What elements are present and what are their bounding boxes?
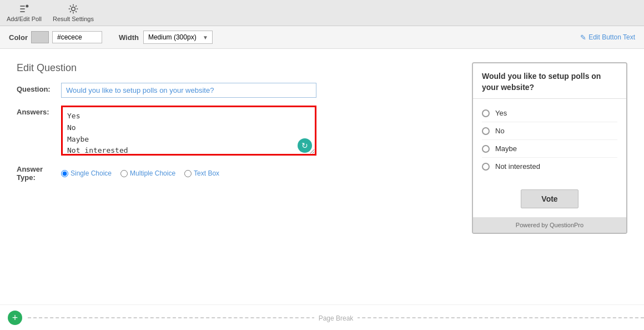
poll-footer: Powered by QuestionPro <box>473 217 626 233</box>
poll-radio-no[interactable] <box>482 127 490 135</box>
multiple-choice-radio[interactable] <box>120 170 128 177</box>
edit-button-text-btn[interactable]: ✎ Edit Button Text <box>580 33 635 42</box>
question-label: Question: <box>17 83 61 93</box>
poll-vote-section: Vote <box>473 181 626 217</box>
poll-answer-maybe-label: Maybe <box>495 144 517 153</box>
main-content: Edit Question Question: Answers: Yes No … <box>0 49 644 304</box>
answers-textarea[interactable]: Yes No Maybe Not interested <box>61 106 316 156</box>
width-select-wrapper: Medium (300px) <box>143 31 213 44</box>
text-box-radio[interactable] <box>184 170 192 177</box>
poll-answer-not-interested: Not interested <box>482 158 617 175</box>
colorbar: Color Width Medium (300px) ✎ Edit Button… <box>0 26 644 49</box>
answers-wrapper: Yes No Maybe Not interested ↻ <box>61 106 316 157</box>
poll-widget: Would you like to setup polls on your we… <box>472 62 627 234</box>
edit-question-title: Edit Question <box>17 62 455 74</box>
add-edit-poll-label: Add/Edit Poll <box>7 16 42 22</box>
single-choice-option[interactable]: Single Choice <box>61 169 112 177</box>
width-section: Width Medium (300px) <box>119 31 213 44</box>
add-page-btn[interactable]: + <box>8 311 22 325</box>
svg-point-3 <box>26 5 29 8</box>
poll-radio-not-interested[interactable] <box>482 163 490 171</box>
poll-answer-maybe: Maybe <box>482 140 617 158</box>
single-choice-radio[interactable] <box>61 170 68 177</box>
answer-type-radio-group: Single Choice Multiple Choice Text Box <box>61 169 219 177</box>
question-input[interactable] <box>61 83 316 98</box>
text-box-option[interactable]: Text Box <box>184 169 219 177</box>
width-label: Width <box>119 33 139 42</box>
text-box-label: Text Box <box>194 169 219 177</box>
edit-button-text-label: Edit Button Text <box>588 33 635 41</box>
color-input[interactable] <box>52 31 102 43</box>
answers-row: Answers: Yes No Maybe Not interested ↻ <box>17 106 455 157</box>
color-swatch[interactable] <box>31 31 49 43</box>
poll-answer-yes: Yes <box>482 104 617 122</box>
result-settings-label: Result Settings <box>53 16 94 22</box>
svg-point-4 <box>72 7 76 11</box>
answer-type-row: Answer Type: Single Choice Multiple Choi… <box>17 165 455 182</box>
refresh-icon[interactable]: ↻ <box>298 138 312 153</box>
poll-question: Would you like to setup polls on your we… <box>482 71 617 93</box>
preview-panel: Would you like to setup polls on your we… <box>472 62 627 291</box>
poll-radio-yes[interactable] <box>482 109 490 117</box>
question-row: Question: <box>17 83 455 98</box>
multiple-choice-label: Multiple Choice <box>130 169 175 177</box>
vote-button[interactable]: Vote <box>521 189 578 208</box>
answers-label: Answers: <box>17 106 61 116</box>
poll-answer-no-label: No <box>495 127 505 135</box>
poll-answers: Yes No Maybe Not interested <box>473 99 626 181</box>
page-break-area: + Page Break <box>0 304 644 330</box>
poll-answer-not-interested-label: Not interested <box>495 162 540 171</box>
poll-answer-no: No <box>482 122 617 140</box>
edit-panel: Edit Question Question: Answers: Yes No … <box>17 62 455 291</box>
result-settings-btn[interactable]: Result Settings <box>53 3 94 22</box>
page-break-label: Page Break <box>314 314 358 322</box>
answer-type-label: Answer Type: <box>17 165 61 182</box>
multiple-choice-option[interactable]: Multiple Choice <box>120 169 175 177</box>
color-section: Color <box>9 31 102 43</box>
single-choice-label: Single Choice <box>71 169 112 177</box>
page-break-line: Page Break <box>28 317 644 318</box>
poll-answer-yes-label: Yes <box>495 109 507 117</box>
pencil-icon: ✎ <box>580 33 586 42</box>
toolbar: Add/Edit Poll Result Settings <box>0 0 644 26</box>
poll-header: Would you like to setup polls on your we… <box>473 63 626 99</box>
add-edit-poll-btn[interactable]: Add/Edit Poll <box>7 3 42 22</box>
color-label: Color <box>9 33 28 42</box>
width-select[interactable]: Medium (300px) <box>143 31 213 44</box>
poll-radio-maybe[interactable] <box>482 145 490 153</box>
